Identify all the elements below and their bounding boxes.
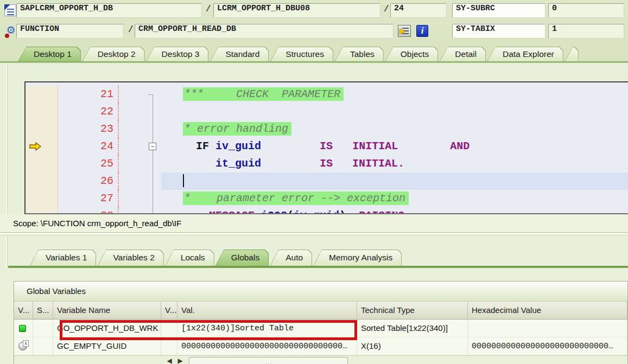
variables-tab-variables-2[interactable]: Variables 2 (97, 250, 163, 266)
breakpoint-margin[interactable] (26, 190, 58, 207)
variables-panel: Global Variables V...S...Variable NameV.… (0, 268, 628, 364)
editor-gutter-gap (119, 207, 144, 214)
fold-column (144, 190, 161, 207)
desktop-tabstrip: Desktop 1Desktop 2Desktop 3StandardStruc… (0, 47, 628, 61)
program-icon (4, 4, 16, 16)
editor-gutter-gap (119, 120, 144, 138)
fold-column (144, 173, 161, 190)
function-module-icon: ⚙ (4, 24, 17, 37)
column-header-v-[interactable]: V... (14, 302, 33, 320)
variables-tab-globals[interactable]: Globals (215, 250, 269, 266)
tab-label: Desktop 1 (18, 47, 81, 61)
table-scrollbar-area: ◀ ▶ … (14, 355, 627, 364)
tab-label: Detail (439, 47, 486, 61)
event-type-field[interactable]: FUNCTION (16, 24, 124, 39)
fold-line (153, 190, 153, 207)
breakpoint-margin[interactable] (26, 173, 58, 190)
sy-tabix-field[interactable]: SY-TABIX (452, 24, 545, 39)
code-line-28: 28 MESSAGE i208(iv_guid) RAISING (26, 207, 628, 214)
scroll-right-arrow[interactable]: ▶ (175, 357, 186, 364)
separator: / (206, 4, 211, 14)
code-line-26: 26 (26, 173, 628, 190)
abap-debugger-window: SAPLCRM_OPPORT_H_DB / LCRM_OPPORT_H_DBU0… (0, 0, 628, 364)
hexadecimal-value-cell (468, 320, 627, 337)
desktop-tab-desktop-1[interactable]: Desktop 1 (18, 47, 81, 61)
text-cursor (183, 174, 184, 187)
desktop-tab-data-explorer[interactable]: Data Explorer (487, 47, 563, 61)
hexadecimal-value-cell: 0000000000000000000000000000… (468, 337, 627, 355)
value-indicator-cell (14, 320, 33, 337)
fold-column (144, 155, 161, 173)
line-number: 27 (58, 190, 119, 207)
program-field[interactable]: SAPLCRM_OPPORT_H_DB (16, 3, 202, 18)
fold-column (144, 103, 161, 120)
editor-gutter-gap (119, 138, 144, 155)
desktop-tab-desktop-2[interactable]: Desktop 2 (82, 47, 145, 61)
partial-tab (564, 47, 579, 61)
breakpoint-margin[interactable] (26, 138, 58, 155)
code-text: * parameter error --> exception (161, 190, 628, 207)
scroll-left-arrow[interactable]: ◀ (164, 357, 175, 364)
desktop-tab-detail[interactable]: Detail (439, 47, 486, 61)
code-line-23: 23* error handling (26, 120, 628, 138)
green-square-icon (19, 325, 26, 332)
comment-text: *** CHECK PARAMETER (183, 87, 344, 101)
code-text: it_guid IS INITIAL. (161, 155, 628, 173)
panel-title: Global Variables (14, 282, 627, 302)
desktop-tab-structures[interactable]: Structures (270, 47, 333, 61)
variables-tab-memory-analysis[interactable]: Memory Analysis (313, 250, 402, 266)
event-name-field[interactable]: CRM_OPPORT_H_READ_DB (135, 24, 394, 39)
tabstrip-underline (0, 61, 628, 63)
variables-tab-locals[interactable]: Locals (165, 250, 214, 266)
desktop-tab-tables[interactable]: Tables (334, 47, 384, 61)
breakpoint-margin[interactable] (26, 120, 58, 138)
tab-label: Globals (215, 250, 269, 266)
column-header-s-[interactable]: S... (33, 302, 53, 320)
fold-column (144, 207, 161, 214)
column-header-v-[interactable]: V... (161, 302, 177, 320)
technical-type-cell: X(16) (357, 337, 468, 355)
tab-label: Structures (270, 47, 333, 61)
variables-tab-auto[interactable]: Auto (270, 250, 312, 266)
toolbar-row-event: ⚙ FUNCTION / CRM_OPPORT_H_READ_DB i SY-T… (0, 24, 628, 39)
column-header-variable-name[interactable]: Variable Name (53, 302, 161, 320)
code-editor[interactable]: 21*** CHECK PARAMETER2223* error handlin… (24, 81, 628, 214)
code-text: *** CHECK PARAMETER (161, 86, 628, 103)
fold-line (153, 103, 153, 120)
line-number: 23 (58, 120, 119, 138)
column-header-val-[interactable]: Val. (177, 302, 357, 320)
line-number: 21 (58, 86, 119, 103)
sy-subrc-field[interactable]: SY-SUBRC (452, 3, 545, 18)
editor-gutter-gap (119, 173, 144, 190)
comment-text: * parameter error --> exception (183, 191, 409, 205)
desktop-tab-standard[interactable]: Standard (210, 47, 269, 61)
fold-line (153, 120, 153, 138)
tab-label: Data Explorer (487, 47, 563, 61)
comment-text: * error handling (183, 122, 291, 136)
desktop-tab-desktop-3[interactable]: Desktop 3 (146, 47, 209, 61)
scrollbar-track[interactable]: … (189, 357, 348, 364)
fold-column: − (144, 138, 161, 155)
fold-collapse-box[interactable]: − (149, 143, 156, 150)
fold-column (144, 120, 161, 138)
editor-gutter-gap (119, 103, 144, 120)
breakpoint-margin[interactable] (26, 207, 58, 214)
column-header-technical-type[interactable]: Technical Type (357, 302, 468, 320)
line-number-field[interactable]: 24 (390, 3, 447, 18)
include-field[interactable]: LCRM_OPPORT_H_DBU08 (213, 3, 380, 18)
goto-statement-icon[interactable] (398, 25, 411, 37)
status-cell (33, 320, 53, 337)
current-statement-arrow (29, 142, 42, 151)
breakpoint-margin[interactable] (26, 103, 58, 120)
code-lines: 21*** CHECK PARAMETER2223* error handlin… (26, 86, 628, 214)
breakpoint-margin[interactable] (26, 86, 58, 103)
info-icon[interactable]: i (416, 25, 428, 37)
scope-text: Scope: \FUNCTION crm_opport_h_read_db\IF (13, 219, 181, 228)
line-number: 28 (58, 207, 119, 214)
column-header-hexadecimal-value[interactable]: Hexadecimal Value (468, 302, 627, 320)
code-line-24: 24− IF iv_guid IS INITIAL AND (26, 138, 628, 155)
variables-tab-variables-1[interactable]: Variables 1 (30, 250, 96, 266)
breakpoint-margin[interactable] (26, 155, 58, 173)
splitter[interactable] (0, 232, 628, 235)
desktop-tab-objects[interactable]: Objects (385, 47, 439, 61)
